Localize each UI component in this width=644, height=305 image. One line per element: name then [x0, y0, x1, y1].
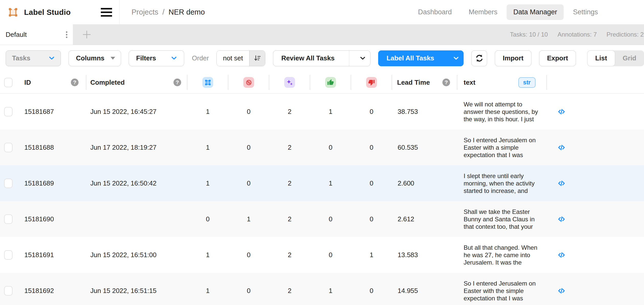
cell-annotations: 1	[187, 129, 228, 165]
nav-members[interactable]: Members	[466, 4, 500, 20]
cancelled-annotations-icon[interactable]	[243, 77, 254, 88]
chevron-down-icon	[453, 57, 459, 60]
cell-rejected: 0	[351, 165, 392, 201]
tasks-counter: Tasks: 10 / 10	[510, 31, 548, 38]
cell-rejected: 0	[351, 201, 392, 237]
export-button[interactable]: Export	[539, 50, 576, 66]
cell-completed: Jun 15 2022, 16:45:27	[86, 94, 187, 129]
help-icon[interactable]: ?	[442, 79, 450, 86]
row-checkbox[interactable]	[4, 214, 13, 224]
breadcrumb-projects-link[interactable]: Projects	[132, 8, 158, 16]
tab-default[interactable]: Default	[0, 24, 73, 45]
table-row[interactable]: 15181688 Jun 17 2022, 18:19:27 1 0 2 0 0…	[0, 129, 644, 165]
table-row-highlighted[interactable]: 15181689 Jun 15 2022, 16:50:42 1 0 2 1 0…	[0, 165, 644, 201]
refresh-button[interactable]	[471, 50, 487, 66]
review-dropdown-toggle[interactable]	[355, 51, 370, 66]
view-tabbar: Default Tasks: 10 / 10 Annotations: 7 Pr…	[0, 24, 644, 45]
table-row[interactable]: 15181687 Jun 15 2022, 16:45:27 1 0 2 1 0…	[0, 94, 644, 129]
cell-rejected: 0	[351, 273, 392, 305]
cell-annotations: 1	[187, 273, 228, 305]
view-source-code-icon[interactable]	[547, 129, 576, 165]
label-all-tasks-button[interactable]: Label All Tasks	[378, 50, 464, 66]
main-menu-icon[interactable]	[101, 0, 116, 24]
nav-dashboard[interactable]: Dashboard	[416, 4, 454, 20]
view-source-code-icon[interactable]	[547, 237, 576, 273]
cell-id: 15181688	[20, 129, 86, 165]
column-predictions[interactable]	[269, 71, 310, 93]
cell-rejected: 1	[351, 237, 392, 273]
cell-cancelled: 1	[228, 201, 269, 237]
column-id[interactable]: ID ?	[20, 71, 86, 93]
cell-lead-time: 14.955	[392, 273, 457, 305]
review-all-tasks-label: Review All Tasks	[273, 54, 343, 62]
column-source	[547, 71, 576, 93]
column-completed[interactable]: Completed ?	[86, 71, 187, 93]
help-icon[interactable]: ?	[71, 79, 79, 86]
column-accepted[interactable]	[310, 71, 351, 93]
nav-data-manager[interactable]: Data Manager	[507, 4, 564, 20]
nav-settings[interactable]: Settings	[570, 4, 601, 20]
cell-completed: Jun 15 2022, 16:51:15	[86, 273, 187, 305]
cell-accepted: 1	[310, 165, 351, 201]
tasks-dropdown-button[interactable]: Tasks	[6, 50, 61, 66]
row-checkbox[interactable]	[4, 143, 13, 152]
column-lead-time[interactable]: Lead Time ?	[392, 71, 457, 93]
review-all-tasks-button[interactable]: Review All Tasks	[273, 50, 370, 66]
cell-cancelled: 0	[228, 165, 269, 201]
row-checkbox[interactable]	[4, 286, 13, 296]
annotations-count-icon[interactable]	[202, 77, 213, 88]
refresh-icon	[475, 54, 484, 63]
sort-direction-button[interactable]	[249, 51, 265, 66]
column-rejected[interactable]	[351, 71, 392, 93]
column-id-label: ID	[24, 79, 31, 86]
row-checkbox[interactable]	[4, 179, 13, 188]
breadcrumb-current-project: NER demo	[169, 8, 205, 16]
filters-dropdown-button[interactable]: Filters	[129, 50, 184, 66]
view-grid-button[interactable]: Grid	[615, 50, 644, 66]
view-mode-toggle: List Grid	[587, 50, 644, 66]
column-cancelled-annotations[interactable]	[228, 71, 269, 93]
sort-descending-icon	[253, 54, 261, 62]
cell-annotations: 1	[187, 165, 228, 201]
label-studio-data-manager: Label Studio Projects / NER demo Dashboa…	[0, 0, 644, 305]
cell-lead-time: 60.535	[392, 129, 457, 165]
cell-lead-time: 38.753	[392, 94, 457, 129]
cell-id: 15181691	[20, 237, 86, 273]
cell-lead-time: 2.612	[392, 201, 457, 237]
view-source-code-icon[interactable]	[547, 201, 576, 237]
chevron-down-icon	[171, 56, 177, 60]
tab-options-kebab-icon[interactable]	[66, 31, 68, 38]
cell-completed: Jun 15 2022, 16:50:42	[86, 165, 187, 201]
add-tab-plus-icon[interactable]	[82, 29, 92, 40]
column-text[interactable]: text str	[457, 71, 547, 93]
column-annotations[interactable]	[187, 71, 228, 93]
cell-text: But all that changed. When he was 27, he…	[457, 237, 547, 273]
view-source-code-icon[interactable]	[547, 94, 576, 129]
table-row[interactable]: 15181691 Jun 15 2022, 16:51:00 1 0 2 0 1…	[0, 237, 644, 273]
thumbs-up-icon[interactable]	[325, 77, 336, 88]
table-row[interactable]: 15181692 Jun 15 2022, 16:51:15 1 0 2 1 0…	[0, 273, 644, 305]
help-icon[interactable]: ?	[173, 79, 181, 86]
cell-accepted: 0	[310, 201, 351, 237]
view-source-code-icon[interactable]	[547, 165, 576, 201]
triangle-down-icon	[111, 57, 115, 60]
cell-accepted: 1	[310, 273, 351, 305]
label-dropdown-toggle[interactable]	[449, 51, 463, 66]
ordering-control[interactable]: not set	[216, 50, 265, 66]
button-divider	[349, 51, 349, 66]
column-type-badge[interactable]: str	[518, 77, 536, 88]
predictions-sparkles-icon[interactable]	[284, 77, 295, 88]
cell-completed: Jun 15 2022, 16:51:00	[86, 237, 187, 273]
view-list-button[interactable]: List	[587, 50, 615, 66]
select-all-checkbox[interactable]	[4, 78, 13, 87]
cell-annotations: 0	[187, 201, 228, 237]
import-button[interactable]: Import	[495, 50, 531, 66]
columns-dropdown-button[interactable]: Columns	[69, 50, 121, 66]
row-checkbox[interactable]	[4, 107, 13, 116]
cell-id: 15181690	[20, 201, 86, 237]
ordering-value[interactable]: not set	[217, 51, 249, 66]
row-checkbox[interactable]	[4, 250, 13, 260]
view-source-code-icon[interactable]	[547, 273, 576, 305]
table-row[interactable]: 15181690 0 1 2 0 0 2.612 Shall we take t…	[0, 201, 644, 237]
thumbs-down-icon[interactable]	[366, 77, 377, 88]
